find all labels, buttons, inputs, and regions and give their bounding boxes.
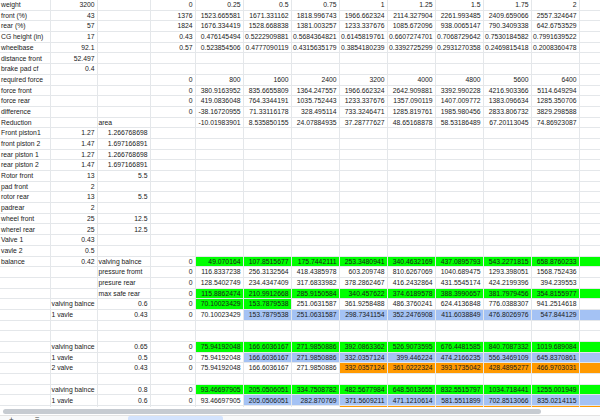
cell[interactable]: 361.9258488: [339, 299, 387, 310]
cell[interactable]: required force: [0, 74, 50, 85]
cell[interactable]: [387, 320, 435, 331]
cell[interactable]: [339, 235, 387, 246]
cell[interactable]: [579, 277, 600, 288]
horizontal-scrollbar-thumb[interactable]: [3, 409, 541, 414]
cell[interactable]: [531, 181, 579, 192]
cell[interactable]: 764.3344191: [243, 96, 291, 107]
cell[interactable]: [195, 149, 243, 160]
cell[interactable]: 1.25: [387, 0, 435, 10]
cell[interactable]: valving balnce: [50, 342, 97, 353]
cell[interactable]: [579, 181, 600, 192]
cell[interactable]: wheelbase: [0, 42, 50, 53]
cell[interactable]: [50, 331, 97, 342]
cell[interactable]: 251.0631587: [291, 299, 339, 310]
cell[interactable]: 374.6189578: [387, 288, 435, 299]
cell[interactable]: 0.43: [97, 309, 150, 320]
cell[interactable]: [97, 320, 150, 331]
cell[interactable]: [243, 224, 291, 235]
cell[interactable]: Valve 1: [0, 235, 50, 246]
cell[interactable]: valving balnce: [50, 299, 97, 310]
cell[interactable]: 0.6145819761: [339, 32, 387, 43]
cell[interactable]: [150, 203, 195, 214]
cell[interactable]: 424.2199396: [483, 277, 531, 288]
cell[interactable]: [531, 374, 579, 385]
cell[interactable]: [243, 374, 291, 385]
cell[interactable]: front (%): [0, 10, 50, 21]
cell[interactable]: 800: [195, 74, 243, 85]
cell[interactable]: 0: [150, 74, 195, 85]
cell[interactable]: 0: [150, 0, 195, 10]
cell[interactable]: [435, 213, 483, 224]
cell[interactable]: [579, 117, 600, 128]
cell[interactable]: 67.20113045: [483, 117, 531, 128]
cell[interactable]: [387, 213, 435, 224]
cell[interactable]: [579, 363, 600, 374]
cell[interactable]: [339, 245, 387, 256]
cell[interactable]: [97, 32, 150, 43]
cell[interactable]: 4800: [435, 74, 483, 85]
cell[interactable]: [579, 203, 600, 214]
cell[interactable]: 658.8760233: [531, 256, 579, 267]
cell[interactable]: 1.266768698: [97, 149, 150, 160]
cell[interactable]: 352.2476908: [387, 309, 435, 320]
cell[interactable]: 0.43: [150, 32, 195, 43]
cell[interactable]: 1.47: [50, 160, 97, 171]
cell[interactable]: [195, 160, 243, 171]
cell[interactable]: [97, 85, 150, 96]
cell[interactable]: 0.65: [97, 342, 150, 353]
cell[interactable]: 0.2008360478: [531, 42, 579, 53]
cell[interactable]: -10.01983901: [195, 117, 243, 128]
cell[interactable]: 0.6607274701: [387, 32, 435, 43]
cell[interactable]: 547.844129: [531, 309, 579, 320]
cell[interactable]: 1293.398051: [483, 267, 531, 278]
cell[interactable]: 93.46697905: [195, 384, 243, 395]
cell[interactable]: [97, 245, 150, 256]
cell[interactable]: [387, 128, 435, 139]
cell[interactable]: pressure fromt: [97, 267, 150, 278]
cell[interactable]: 71.33116178: [243, 106, 291, 117]
cell[interactable]: [291, 203, 339, 214]
cell[interactable]: [291, 235, 339, 246]
cell[interactable]: 1.75: [483, 0, 531, 10]
cell[interactable]: 0.4777090119: [243, 42, 291, 53]
cell[interactable]: [387, 224, 435, 235]
cell[interactable]: 2: [531, 0, 579, 10]
cell[interactable]: [243, 138, 291, 149]
cell[interactable]: 107.8515677: [243, 256, 291, 267]
cell[interactable]: [97, 96, 150, 107]
cell[interactable]: rear (%): [0, 21, 50, 32]
cell[interactable]: 0: [150, 267, 195, 278]
cell[interactable]: [339, 224, 387, 235]
cell[interactable]: [291, 53, 339, 64]
cell[interactable]: 2: [50, 181, 97, 192]
cell[interactable]: 361.0222324: [387, 363, 435, 374]
cell[interactable]: [339, 128, 387, 139]
cell[interactable]: 1034.718441: [483, 384, 531, 395]
cell[interactable]: 17: [50, 32, 97, 43]
cell[interactable]: [579, 342, 600, 353]
cell[interactable]: 115.8862474: [195, 288, 243, 299]
cell[interactable]: valving balnce: [97, 256, 150, 267]
cell[interactable]: [243, 203, 291, 214]
cell[interactable]: 75.94192048: [195, 363, 243, 374]
cell[interactable]: 1985.980456: [435, 106, 483, 117]
cell[interactable]: [339, 138, 387, 149]
cell[interactable]: 2409.659066: [483, 10, 531, 21]
cell[interactable]: 0.4315635179: [291, 42, 339, 53]
cell[interactable]: [0, 320, 50, 331]
cell[interactable]: [435, 64, 483, 75]
cell[interactable]: 1676.334419: [195, 21, 243, 32]
cell[interactable]: [387, 331, 435, 342]
cell[interactable]: [150, 149, 195, 160]
cell[interactable]: 12.5: [97, 224, 150, 235]
cell[interactable]: -38.16720955: [195, 106, 243, 117]
cell[interactable]: [483, 245, 531, 256]
cell[interactable]: 0: [150, 299, 195, 310]
cell[interactable]: [579, 256, 600, 267]
cell[interactable]: [0, 352, 50, 363]
cell[interactable]: 419.0836048: [195, 96, 243, 107]
cell[interactable]: 642.6753529: [531, 21, 579, 32]
cell[interactable]: [531, 53, 579, 64]
cell[interactable]: [483, 320, 531, 331]
cell[interactable]: 702.8513066: [483, 395, 531, 406]
